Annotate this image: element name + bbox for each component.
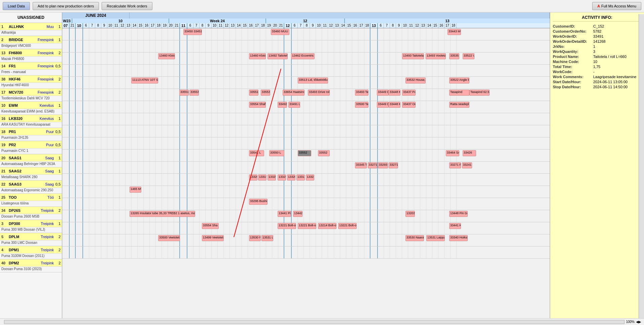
task-bar[interactable]: 33530 Naaras laippa 2.as:B M16 aved [405, 235, 424, 241]
load-data-button[interactable]: Load Data [3, 2, 30, 10]
task-bar[interactable]: 33522 Vöo [463, 53, 474, 59]
task-bar[interactable]: 33500 Veetotela / Roll 5,94 2 asetusega [158, 235, 180, 241]
horizontal-scrollbar[interactable] [4, 320, 624, 324]
task-bar[interactable]: 33554 Sha Dõõ [202, 223, 219, 229]
task-bar[interactable]: 33491 Laa [288, 102, 300, 108]
task-bar[interactable]: 13499 Veetotela / Roll 4,1 2 asetusega [202, 235, 224, 241]
task-bar[interactable]: 13320 [249, 174, 257, 181]
task-bar[interactable]: 13442 Pin [293, 211, 302, 217]
zoom-icon[interactable]: ◀▶ [636, 320, 641, 323]
gantt-cell [254, 77, 260, 89]
gantt-cell [224, 150, 230, 161]
task-bar[interactable]: 33493 Drive roll with TOOTK Killuoone fr… [308, 90, 330, 96]
task-bar[interactable]: 13214 Bolt-on Pivot 5,3 Otspinnad L=50 m… [318, 223, 336, 229]
task-bar[interactable]: 13448 Pin Grnd40-220 4,5 [449, 211, 468, 217]
gantt-cell [304, 137, 310, 149]
task-bar[interactable]: 13492 Taitotel [267, 53, 288, 59]
machine-list: 1 ALLHNK Muu 1 Allhankija 2 BRIDGE Frees… [0, 23, 62, 272]
task-bar[interactable]: 33513 Lid, tõiketöötlus 8,67 [298, 77, 328, 84]
task-bar[interactable]: 13221 Bolt-on Pivot 5,6 Otspinnad L=70 m… [298, 223, 316, 229]
task-bar[interactable]: 33493 Taimt Laag [355, 90, 368, 96]
gantt-cell [322, 53, 328, 64]
task-bar[interactable]: 13493 Vooteta 1+2 as [426, 53, 446, 59]
week-row: W23 10 Week 24 12 13 [62, 19, 550, 23]
task-bar[interactable]: Tasapind [449, 90, 469, 96]
gantt-area[interactable]: JUNE 2024 W23 10 Week 24 12 13 072110678… [62, 12, 550, 323]
task-bar[interactable]: 33271 Le [368, 162, 377, 168]
task-bar[interactable]: 33492 Tai Laa [278, 102, 287, 108]
task-bar[interactable]: 33553 P [261, 90, 270, 96]
gantt-bold-cell [370, 113, 378, 125]
gantt-cell [384, 28, 390, 40]
task-bar[interactable]: 33448 KEV Tapi [389, 102, 400, 108]
task-bar[interactable]: 13460 Klots Siseal [249, 53, 266, 59]
task-bar[interactable]: 33550 L [269, 150, 284, 156]
recalculate-button[interactable]: Recalculate Work orders [102, 2, 152, 10]
task-bar[interactable]: 33551 P [249, 90, 258, 96]
task-bar[interactable]: 33448 KEV Tapi [389, 90, 400, 96]
task-bar[interactable]: 1465 MUU [130, 187, 141, 193]
task-bar[interactable]: 13325 [278, 174, 286, 181]
gantt-cell [174, 174, 180, 186]
task-bar[interactable]: Ratta seadeplaat 4 Koostu keevitamine [449, 102, 469, 108]
task-bar[interactable]: 33535 Sh [449, 53, 459, 59]
task-bar[interactable]: 33554 Shaft (3351) detailide [249, 102, 266, 108]
vertical-scrollbar[interactable] [639, 14, 644, 318]
task-bar[interactable]: Tasapind 62.5 mm [469, 90, 490, 96]
task-bar[interactable]: 13313 [296, 174, 305, 181]
task-bar[interactable]: 33654 Haatsins 7,38 Autoatlootus [283, 90, 305, 96]
task-bar[interactable]: 33295 Bushing D60/26 5,96 [249, 199, 267, 205]
task-bar[interactable]: 33441 Ka [449, 223, 461, 229]
gantt-bold-cell [76, 125, 83, 137]
task-bar[interactable]: 33552 [298, 150, 311, 156]
task-bar[interactable]: 33464 SAAG [446, 150, 459, 156]
task-bar[interactable]: 13441 Pin Grnd S0-153 [278, 211, 291, 217]
task-bar[interactable]: 33553 P [189, 90, 199, 96]
task-bar[interactable]: 33460 MUU [271, 29, 289, 35]
gantt-row: 33295 Bushing D60/26 5,96 [62, 198, 550, 210]
task-bar[interactable]: 33541 L [249, 150, 264, 156]
task-bar[interactable]: 33500 Taitmt Laag [355, 102, 368, 108]
task-bar[interactable]: 33532 House, 7,42 [405, 77, 426, 84]
gantt-cell [438, 113, 444, 125]
task-bar[interactable]: 33450 33451 33550 [183, 29, 202, 35]
task-bar[interactable]: 13531 Laippa DN100 for 13,67 2.as [426, 235, 445, 241]
task-bar[interactable]: 33551 P [179, 90, 189, 96]
gantt-bold-cell [62, 210, 70, 222]
gantt-cell [144, 89, 150, 101]
task-bar[interactable]: 13321 [306, 174, 314, 181]
gantt-cell [248, 247, 254, 258]
task-bar[interactable]: 13493 Taitotela 1+2 as [402, 53, 424, 59]
task-bar[interactable]: 13221 Bolt-on Pivot 5,3 Otspinnad L=50 m… [278, 223, 296, 229]
task-bar[interactable]: 13325 [267, 174, 276, 181]
task-bar[interactable]: 13203 Joint 1 ots [405, 211, 415, 217]
task-bar[interactable]: 13320 [287, 174, 295, 181]
task-bar[interactable]: 33437 Ortse [402, 102, 416, 108]
task-bar[interactable]: 33437 Passive axle KEV Ortse [402, 90, 416, 96]
task-bar[interactable]: 33449 Drive Leag [377, 90, 389, 96]
task-bar[interactable]: 13265 Insulator tube 35,33 TREB2 1 asetu… [130, 211, 195, 217]
task-bar[interactable]: 33271 Pt ots [389, 162, 398, 168]
task-bar[interactable]: 33271 Pt [449, 162, 461, 168]
task-bar[interactable]: 13531 Laippa DN100 for 7,83 1.as [261, 235, 273, 241]
task-bar[interactable]: 33345 Te [355, 162, 367, 168]
full-access-button[interactable]: AFull Ms Access Menu [592, 2, 641, 10]
add-to-plan-button[interactable]: Add to plan new production orders [33, 2, 99, 10]
gantt-cell [187, 150, 193, 161]
task-bar[interactable]: 33426 [463, 150, 476, 156]
task-bar[interactable]: 33241 Pt Pos [462, 162, 472, 168]
task-bar[interactable]: 33293 Bolt Pooli [378, 162, 388, 168]
task-bar[interactable]: 13221 Bolt-on Pivot 5,6 Otspinnad L=70 m… [338, 223, 357, 229]
gantt-cell [432, 198, 438, 210]
task-bar[interactable]: 13462 Eccentric shaft Pikkade avade [291, 53, 315, 59]
gantt-cell [260, 77, 266, 89]
task-bar[interactable]: 11113 ATNV 10T S184 20 Anduri pesa frees… [131, 77, 158, 84]
task-bar[interactable]: 33522 Angle bracket 1 op [449, 77, 469, 84]
task-bar[interactable]: 33449 Drive Leag [377, 102, 389, 108]
task-bar[interactable]: 13460 Klots otsapinnad [158, 53, 175, 59]
task-bar[interactable]: 13319 [258, 174, 266, 181]
task-bar[interactable]: 33552 [318, 150, 330, 156]
task-bar[interactable]: 33443 MUU [448, 29, 461, 35]
task-bar[interactable]: 33340 Hoiksi D=219.1 9 TREB 1. asetus / … [449, 235, 468, 241]
task-bar[interactable]: 13530 Naar 1.as [249, 235, 261, 241]
